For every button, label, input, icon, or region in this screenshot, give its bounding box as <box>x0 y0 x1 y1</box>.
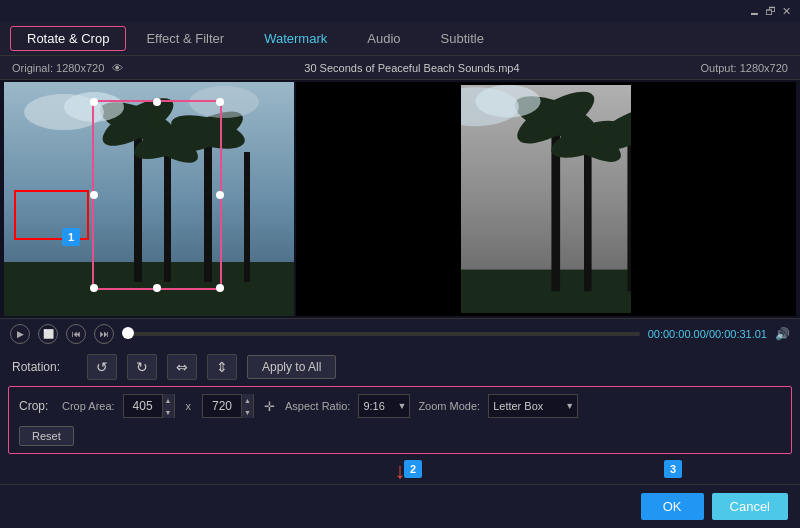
crop-handle-bc[interactable] <box>153 284 161 292</box>
svg-rect-20 <box>627 128 631 291</box>
rotation-label: Rotation: <box>12 360 77 374</box>
prev-frame-button[interactable]: ⏮ <box>66 324 86 344</box>
right-preview-image <box>461 85 631 313</box>
apply-to-all-button[interactable]: Apply to All <box>247 355 336 379</box>
aspect-ratio-select-wrapper: 9:16 16:9 4:3 1:1 Custom ▼ <box>358 394 410 418</box>
rotation-section: Rotation: ↺ ↻ ⇔ ⇕ Apply to All <box>0 348 800 386</box>
crop-reset-row: Reset <box>9 422 791 453</box>
minimize-button[interactable]: 🗕 <box>746 3 762 19</box>
title-bar: 🗕 🗗 ✕ <box>0 0 800 22</box>
crop-handle-tr[interactable] <box>216 98 224 106</box>
playback-bar: ▶ ⬜ ⏮ ⏭ 00:00:00.00/00:00:31.01 🔊 <box>0 318 800 348</box>
crop-area-label: Crop Area: <box>62 400 115 412</box>
crop-handle-bl[interactable] <box>90 284 98 292</box>
volume-icon[interactable]: 🔊 <box>775 327 790 341</box>
time-display: 00:00:00.00/00:00:31.01 <box>648 328 767 340</box>
width-down-arrow[interactable]: ▼ <box>163 406 174 418</box>
svg-rect-6 <box>244 152 250 282</box>
svg-rect-19 <box>584 139 592 291</box>
eye-icon[interactable]: 👁 <box>112 62 123 74</box>
crop-row1: Crop: Crop Area: ▲ ▼ x ▲ ▼ ✛ Aspect Rati… <box>9 387 791 422</box>
tab-rotate-crop[interactable]: Rotate & Crop <box>10 26 126 51</box>
current-time: 00:00:00.00 <box>648 328 706 340</box>
height-down-arrow[interactable]: ▼ <box>242 406 253 418</box>
crop-handle-tl[interactable] <box>90 98 98 106</box>
bottom-bar: 3 OK Cancel <box>0 484 800 528</box>
crop-section-outer: Crop: Crop Area: ▲ ▼ x ▲ ▼ ✛ Aspect Rati… <box>8 386 792 454</box>
badge-1: 1 <box>62 228 80 246</box>
badge-3: 3 <box>664 460 682 478</box>
ok-button[interactable]: OK <box>641 493 704 520</box>
flip-vertical-button[interactable]: ⇕ <box>207 354 237 380</box>
original-size: Original: 1280x720 <box>12 62 104 74</box>
crop-handle-ml[interactable] <box>90 191 98 199</box>
crop-width-input[interactable] <box>124 399 162 413</box>
play-button[interactable]: ▶ <box>10 324 30 344</box>
aspect-ratio-label: Aspect Ratio: <box>285 400 350 412</box>
filename: 30 Seconds of Peaceful Beach Sounds.mp4 <box>304 62 519 74</box>
info-bar: Original: 1280x720 👁 30 Seconds of Peace… <box>0 56 800 80</box>
tab-bar: Rotate & Crop Effect & Filter Watermark … <box>0 22 800 56</box>
width-up-arrow[interactable]: ▲ <box>163 394 174 406</box>
badge-2: 2 <box>404 460 422 478</box>
crop-box[interactable] <box>92 100 222 290</box>
x-separator: x <box>183 400 195 412</box>
crop-label: Crop: <box>19 399 54 413</box>
crop-height-input[interactable] <box>203 399 241 413</box>
rotate-left-button[interactable]: ↺ <box>87 354 117 380</box>
crop-handle-br[interactable] <box>216 284 224 292</box>
flip-horizontal-button[interactable]: ⇔ <box>167 354 197 380</box>
cancel-button[interactable]: Cancel <box>712 493 788 520</box>
height-up-arrow[interactable]: ▲ <box>242 394 253 406</box>
tab-subtitle[interactable]: Subtitle <box>421 25 504 52</box>
preview-area: 1 <box>0 80 800 318</box>
tab-effect-filter[interactable]: Effect & Filter <box>126 25 244 52</box>
reset-button[interactable]: Reset <box>19 426 74 446</box>
preview-right <box>296 82 796 316</box>
preview-left: 1 <box>4 82 294 316</box>
zoom-mode-select-wrapper: Letter Box Pan & Scan Full ▼ <box>488 394 578 418</box>
width-arrows: ▲ ▼ <box>162 394 174 418</box>
svg-rect-17 <box>461 270 631 313</box>
close-button[interactable]: ✕ <box>778 3 794 19</box>
tab-audio[interactable]: Audio <box>347 25 420 52</box>
next-frame-button[interactable]: ⏭ <box>94 324 114 344</box>
zoom-mode-label: Zoom Mode: <box>418 400 480 412</box>
stop-button[interactable]: ⬜ <box>38 324 58 344</box>
timeline-thumb[interactable] <box>122 327 134 339</box>
tab-watermark[interactable]: Watermark <box>244 25 347 52</box>
crop-handle-tc[interactable] <box>153 98 161 106</box>
crop-handle-mr[interactable] <box>216 191 224 199</box>
maximize-button[interactable]: 🗗 <box>762 3 778 19</box>
zoom-mode-select[interactable]: Letter Box Pan & Scan Full <box>488 394 578 418</box>
timeline-track[interactable] <box>122 332 640 336</box>
rotate-right-button[interactable]: ↻ <box>127 354 157 380</box>
center-crop-icon[interactable]: ✛ <box>262 399 277 414</box>
crop-height-input-group: ▲ ▼ <box>202 394 254 418</box>
output-size: Output: 1280x720 <box>701 62 788 74</box>
height-arrows: ▲ ▼ <box>241 394 253 418</box>
svg-point-27 <box>475 85 540 118</box>
aspect-ratio-select[interactable]: 9:16 16:9 4:3 1:1 Custom <box>358 394 410 418</box>
total-time: 00:00:31.01 <box>709 328 767 340</box>
crop-width-input-group: ▲ ▼ <box>123 394 175 418</box>
